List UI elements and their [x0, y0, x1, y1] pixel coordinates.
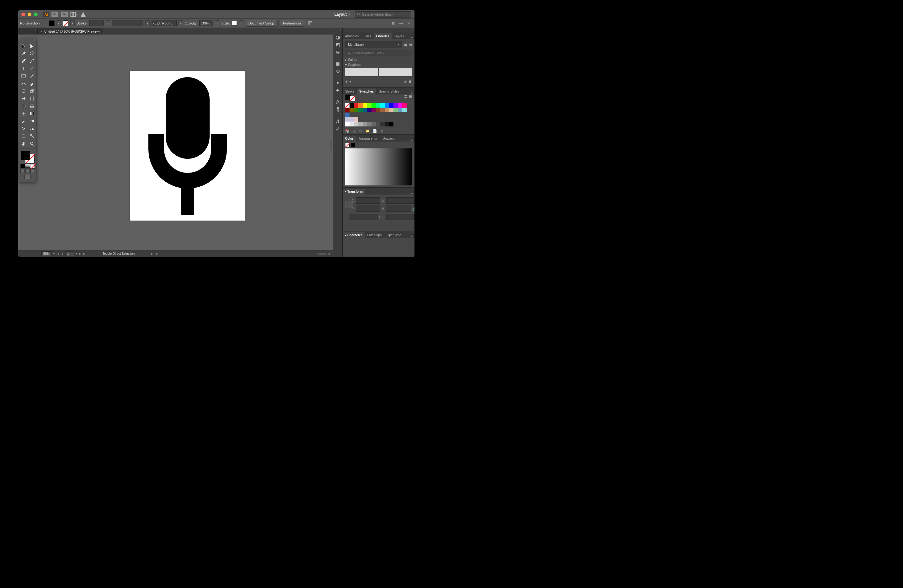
preferences-button[interactable]: Preferences	[280, 20, 305, 27]
color-panel-menu[interactable]: ≡	[409, 138, 414, 141]
fill-swatch[interactable]	[49, 20, 55, 26]
swatch[interactable]	[371, 103, 376, 108]
width-tool[interactable]	[19, 95, 28, 102]
swatch[interactable]	[354, 103, 358, 108]
tab-stroke[interactable]: Stroke	[343, 88, 357, 94]
character-panel-icon[interactable]: A	[335, 99, 341, 105]
y-field[interactable]	[356, 206, 380, 212]
swatch-registration[interactable]	[349, 103, 354, 108]
close-window[interactable]	[21, 13, 25, 16]
swatch[interactable]	[363, 122, 367, 126]
draw-normal[interactable]	[20, 169, 25, 173]
color-fill-stroke-mini[interactable]	[343, 141, 414, 148]
swatch[interactable]	[354, 108, 358, 112]
swatch[interactable]	[345, 108, 349, 112]
reference-point-widget[interactable]	[345, 201, 353, 208]
swatch[interactable]	[380, 122, 385, 126]
artboard-index-field[interactable]: 1	[65, 252, 74, 256]
free-transform-tool[interactable]	[28, 95, 36, 102]
graphic-style-swatch[interactable]	[232, 21, 237, 26]
color-spectrum-ramp[interactable]	[345, 148, 412, 186]
opacity-menu[interactable]: ›	[215, 20, 219, 26]
next-artboard-button[interactable]: ▶	[79, 252, 81, 255]
align-panel-icon-strip[interactable]: ⤢	[335, 126, 341, 132]
swatch-kind-menu-icon[interactable]: ▥	[353, 129, 356, 133]
brush-menu[interactable]: ▾	[179, 20, 183, 26]
swatches-panel-menu[interactable]: ≡	[409, 91, 414, 94]
rotate-field[interactable]	[349, 214, 378, 220]
tab-character[interactable]: ▸Character	[343, 232, 365, 238]
fill-stroke-widget[interactable]	[21, 151, 35, 164]
swatch[interactable]	[345, 117, 349, 122]
gradient-tool[interactable]	[28, 110, 36, 117]
swatch[interactable]	[376, 122, 380, 126]
close-tab-icon[interactable]: ×	[41, 30, 42, 33]
link-wh-icon[interactable]: 🔗	[412, 207, 414, 211]
swatch[interactable]	[380, 108, 385, 112]
swatch-none[interactable]	[345, 103, 349, 108]
graphic-styles-panel-icon[interactable]: ♣	[335, 87, 341, 93]
swatch[interactable]	[402, 108, 407, 112]
swatch[interactable]	[385, 108, 389, 112]
css-properties-icon[interactable]: ◑	[335, 34, 341, 40]
paintbrush-tool[interactable]	[28, 72, 36, 80]
grid-view-icon[interactable]: ▦	[404, 42, 407, 47]
libraries-panel-menu[interactable]: ≡	[409, 35, 414, 39]
swatch-options-icon[interactable]: ⚙	[359, 129, 362, 133]
color-mode-solid[interactable]	[20, 164, 25, 168]
transform-panel-menu[interactable]: ≡	[409, 191, 414, 195]
swatch[interactable]	[398, 108, 402, 112]
delete-asset-icon[interactable]: 🗑	[409, 80, 412, 83]
rectangle-tool[interactable]	[19, 72, 28, 80]
first-artboard-button[interactable]: |◀	[57, 252, 59, 255]
x-field[interactable]	[356, 197, 380, 204]
graphic-style-menu[interactable]: ▾	[239, 20, 243, 26]
swatch[interactable]	[389, 122, 393, 126]
swatch[interactable]	[385, 122, 389, 126]
lasso-tool[interactable]	[28, 50, 36, 57]
swatch[interactable]	[371, 122, 376, 126]
type-panel-menu[interactable]: ≡	[409, 234, 414, 238]
zoom-tool[interactable]	[28, 140, 36, 148]
hand-tool[interactable]	[19, 140, 28, 148]
new-swatch-icon[interactable]: 📄	[373, 129, 377, 133]
color-mode-gradient[interactable]	[25, 164, 30, 168]
tools-collapse-tab[interactable]: «	[18, 28, 38, 35]
zoom-field[interactable]: 50%	[41, 252, 52, 256]
swatch[interactable]	[371, 108, 376, 112]
swatch[interactable]	[367, 122, 371, 126]
last-artboard-button[interactable]: ▶|	[83, 252, 86, 255]
variable-width-menu[interactable]: ▾	[145, 20, 149, 26]
asset-export-icon[interactable]: ⊕	[335, 49, 341, 55]
stroke-swatch-menu[interactable]: ▾	[70, 20, 75, 26]
swatch[interactable]	[367, 108, 371, 112]
type-tool[interactable]: T	[19, 64, 28, 72]
status-flyout[interactable]: ▶	[151, 252, 153, 255]
tab-artboards[interactable]: Artboards	[343, 33, 361, 39]
brush-field[interactable]: • 3 pt. Round	[151, 20, 177, 26]
artboard-tool[interactable]	[19, 132, 28, 140]
w-field[interactable]	[386, 197, 414, 204]
isolate-icon[interactable]: ⟶|	[398, 21, 404, 25]
swatch[interactable]	[349, 122, 354, 126]
fill-swatch-menu[interactable]: ▾	[57, 20, 61, 26]
h-field[interactable]	[385, 206, 411, 212]
symbol-sprayer-tool[interactable]	[19, 125, 28, 132]
perspective-tool[interactable]	[28, 102, 36, 110]
colors-section-header[interactable]: ▸Colors	[345, 58, 412, 61]
document-tab[interactable]: × Untitled-1* @ 50% (RGB/GPU Preview)	[38, 28, 103, 35]
line-tool[interactable]	[28, 64, 36, 72]
swatch[interactable]	[389, 103, 393, 108]
stock-search-field[interactable]: Search Adobe Stock	[355, 11, 411, 17]
tab-opentype[interactable]: OpenType	[384, 232, 403, 238]
swatch[interactable]	[354, 122, 358, 126]
swatch[interactable]	[363, 108, 367, 112]
tab-transform[interactable]: ▸Transform	[343, 189, 365, 195]
document-setup-button[interactable]: Document Setup	[245, 20, 278, 27]
direct-selection-tool[interactable]	[28, 42, 36, 50]
tab-graphic-styles[interactable]: Graphic Styles	[376, 88, 402, 94]
brushes-panel-icon[interactable]: ≣	[335, 61, 341, 67]
appearance-panel-icon[interactable]: ✦	[335, 80, 341, 86]
prev-artboard-button[interactable]: ◀	[61, 252, 63, 255]
library-selector[interactable]: My Library ▾	[345, 41, 402, 48]
